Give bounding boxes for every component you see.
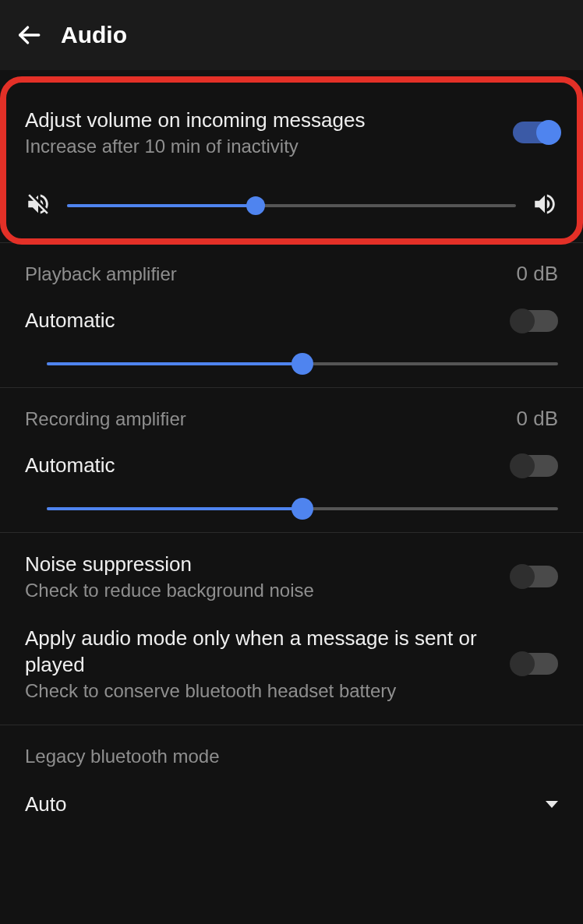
header: Audio bbox=[0, 0, 583, 70]
recording-value: 0 dB bbox=[517, 407, 559, 431]
slider-fill bbox=[47, 507, 302, 510]
playback-auto-label: Automatic bbox=[25, 308, 115, 334]
slider-fill bbox=[67, 204, 256, 207]
audiomode-title: Apply audio mode only when a message is … bbox=[25, 626, 500, 679]
audiomode-toggle[interactable] bbox=[513, 653, 558, 675]
section-legacy-bt: Legacy bluetooth mode Auto bbox=[0, 725, 583, 840]
playback-slider[interactable] bbox=[47, 362, 558, 365]
recording-slider[interactable] bbox=[47, 507, 558, 510]
noise-toggle[interactable] bbox=[513, 566, 558, 587]
audiomode-subtitle: Check to conserve bluetooth headset batt… bbox=[25, 679, 500, 703]
slider-fill bbox=[47, 362, 302, 365]
adjust-volume-slider[interactable] bbox=[67, 204, 516, 207]
legacy-bt-heading: Legacy bluetooth mode bbox=[25, 744, 558, 768]
section-recording-amplifier: Recording amplifier 0 dB Automatic bbox=[0, 388, 583, 533]
volume-mute-icon[interactable] bbox=[25, 191, 51, 220]
noise-subtitle: Check to reduce background noise bbox=[25, 578, 500, 602]
section-noise-audiomode: Noise suppression Check to reduce backgr… bbox=[0, 533, 583, 725]
recording-auto-toggle[interactable] bbox=[513, 455, 558, 477]
legacy-bt-dropdown[interactable]: Auto bbox=[25, 792, 558, 818]
noise-title: Noise suppression bbox=[25, 552, 500, 578]
adjust-volume-toggle[interactable] bbox=[513, 122, 558, 143]
slider-thumb[interactable] bbox=[292, 353, 313, 375]
slider-thumb[interactable] bbox=[292, 498, 313, 520]
adjust-volume-subtitle: Increase after 10 min of inactivity bbox=[25, 134, 500, 158]
playback-heading: Playback amplifier bbox=[25, 262, 177, 286]
section-playback-amplifier: Playback amplifier 0 dB Automatic bbox=[0, 243, 583, 388]
playback-value: 0 dB bbox=[517, 262, 559, 286]
chevron-down-icon bbox=[546, 801, 558, 808]
section-adjust-volume: Adjust volume on incoming messages Incre… bbox=[0, 70, 583, 243]
recording-auto-label: Automatic bbox=[25, 453, 115, 479]
legacy-bt-value: Auto bbox=[25, 792, 67, 818]
back-icon[interactable] bbox=[16, 22, 42, 48]
adjust-volume-title: Adjust volume on incoming messages bbox=[25, 108, 500, 134]
volume-up-icon[interactable] bbox=[532, 191, 558, 220]
slider-thumb[interactable] bbox=[246, 196, 265, 215]
playback-auto-toggle[interactable] bbox=[513, 310, 558, 332]
page-title: Audio bbox=[61, 22, 127, 48]
recording-heading: Recording amplifier bbox=[25, 407, 186, 431]
